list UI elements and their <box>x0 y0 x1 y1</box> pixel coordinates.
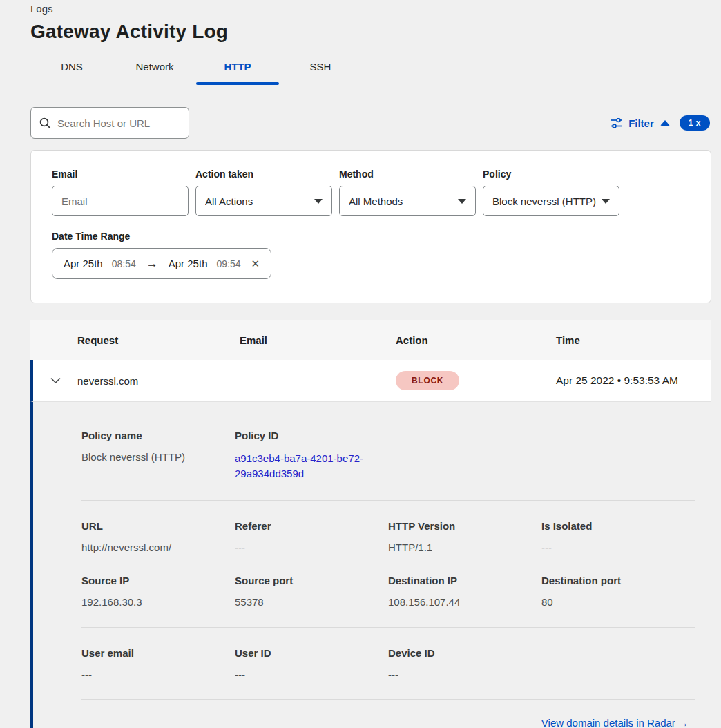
chevron-down-icon <box>314 199 323 204</box>
row-details-panel: Policy name Block neverssl (HTTP) Policy… <box>30 402 711 728</box>
detail-user-id: User ID --- <box>235 647 388 680</box>
policy-label: Policy <box>483 169 619 180</box>
row-request: neverssl.com <box>77 375 240 387</box>
table-header-row: Request Email Action Time <box>30 320 711 360</box>
method-select[interactable]: All Methods <box>339 186 476 216</box>
detail-source-ip: Source IP 192.168.30.3 <box>81 575 235 608</box>
radar-details-link[interactable]: View domain details in Radar → <box>541 717 689 728</box>
chevron-down-icon <box>602 199 610 204</box>
tab-network[interactable]: Network <box>113 52 196 84</box>
range-arrow-icon: → <box>146 257 158 271</box>
action-taken-select[interactable]: All Actions <box>195 186 332 216</box>
divider <box>81 500 695 501</box>
email-label: Email <box>52 169 189 180</box>
detail-user-email: User email --- <box>81 647 235 680</box>
search-filter-row: Filter 1 x <box>30 107 711 139</box>
end-date[interactable]: Apr 25th <box>169 258 208 269</box>
page: Logs Gateway Activity Log DNS Network HT… <box>0 0 721 728</box>
filter-toggle[interactable]: Filter 1 x <box>611 115 711 131</box>
detail-http-version: HTTP Version HTTP/1.1 <box>388 520 541 553</box>
filter-panel: Email Action taken All Actions Method Al… <box>30 150 711 303</box>
end-time[interactable]: 09:54 <box>216 258 240 269</box>
header-time: Time <box>556 334 711 346</box>
filter-label: Filter <box>628 117 654 129</box>
detail-url: URL http://neverssl.com/ <box>81 520 235 553</box>
filter-count-badge[interactable]: 1 x <box>680 115 710 131</box>
policy-id-link[interactable]: a91c3eb4-ba7a-4201-be72-29a934dd359d <box>235 451 373 481</box>
detail-destination-port: Destination port 80 <box>541 575 695 608</box>
row-expand-chevron-icon[interactable] <box>50 377 61 384</box>
policy-select[interactable]: Block neverssl (HTTP) <box>483 186 619 216</box>
header-action: Action <box>396 334 556 346</box>
search-icon <box>39 117 51 129</box>
chevron-down-icon <box>458 199 466 204</box>
filter-field-method: Method All Methods <box>339 169 476 216</box>
search-box[interactable] <box>30 107 189 139</box>
method-label: Method <box>339 169 476 180</box>
detail-policy-id: Policy ID a91c3eb4-ba7a-4201-be72-29a934… <box>235 430 388 481</box>
filter-field-date-range: Date Time Range Apr 25th 08:54 → Apr 25t… <box>52 231 690 279</box>
chevron-up-icon <box>660 120 670 126</box>
divider <box>81 627 695 628</box>
tab-ssh[interactable]: SSH <box>279 52 362 84</box>
detail-source-port: Source port 55378 <box>235 575 388 608</box>
detail-policy-name: Policy name Block neverssl (HTTP) <box>81 430 235 481</box>
date-range-picker[interactable]: Apr 25th 08:54 → Apr 25th 09:54 ✕ <box>52 248 271 279</box>
email-field[interactable] <box>61 195 179 207</box>
tab-http[interactable]: HTTP <box>196 52 279 84</box>
action-taken-label: Action taken <box>195 169 332 180</box>
block-status-badge: BLOCK <box>396 371 459 390</box>
page-title: Gateway Activity Log <box>30 21 711 43</box>
start-time[interactable]: 08:54 <box>112 258 136 269</box>
filter-field-action-taken: Action taken All Actions <box>195 169 332 216</box>
row-time: Apr 25 2022 • 9:53:53 AM <box>556 374 711 387</box>
header-request: Request <box>77 334 240 346</box>
detail-referer: Referer --- <box>235 520 388 553</box>
log-type-tabs: DNS Network HTTP SSH <box>30 52 362 84</box>
clear-date-range-icon[interactable]: ✕ <box>251 258 260 270</box>
detail-destination-ip: Destination IP 108.156.107.44 <box>388 575 541 608</box>
activity-log-table: Request Email Action Time neverssl.com B… <box>30 320 711 728</box>
start-date[interactable]: Apr 25th <box>64 258 103 269</box>
filter-field-policy: Policy Block neverssl (HTTP) <box>483 169 619 216</box>
detail-is-isolated: Is Isolated --- <box>541 520 695 553</box>
date-range-label: Date Time Range <box>52 231 690 242</box>
filter-field-email: Email <box>52 169 189 216</box>
filter-sliders-icon <box>611 118 622 128</box>
header-email: Email <box>240 334 396 346</box>
breadcrumb[interactable]: Logs <box>30 3 711 15</box>
detail-device-id: Device ID --- <box>388 647 541 680</box>
table-row[interactable]: neverssl.com BLOCK Apr 25 2022 • 9:53:53… <box>30 360 711 402</box>
tab-dns[interactable]: DNS <box>30 52 113 84</box>
search-input[interactable] <box>57 117 195 129</box>
